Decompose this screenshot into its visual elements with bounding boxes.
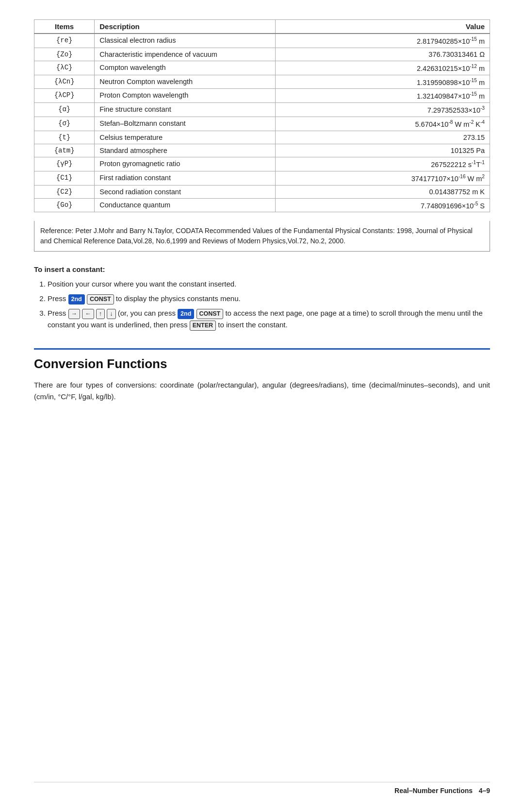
table-cell-description: Classical electron radius (95, 34, 276, 48)
table-cell-value: 2.426310215×10-12 m (276, 61, 490, 75)
table-cell-value: 1.321409847×10-15 m (276, 89, 490, 103)
table-cell-item: {λCP} (34, 89, 95, 103)
table-cell-value: 1.319590898×10-15 m (276, 75, 490, 89)
table-cell-item: {γP} (34, 157, 95, 171)
table-cell-item: {atm} (34, 144, 95, 157)
table-cell-value: 267522212 s-1T-1 (276, 157, 490, 171)
key-down[interactable]: ↓ (107, 309, 115, 319)
key-up[interactable]: ↑ (96, 309, 105, 319)
table-row: {t}Celsius temperature273.15 (34, 131, 490, 144)
instruction-step-1: Position your cursor where you want the … (48, 278, 490, 290)
instruction-step-2: Press 2nd CONST to display the physics c… (48, 293, 490, 304)
table-cell-item: {C1} (34, 171, 95, 185)
table-row: {atm}Standard atmosphere101325 Pa (34, 144, 490, 157)
table-row: {γP}Proton gyromagnetic ratio267522212 s… (34, 157, 490, 171)
instruction-step-3: Press → ← ↑ ↓ (or, you can press 2nd CON… (48, 307, 490, 331)
key-enter[interactable]: ENTER (190, 321, 216, 330)
table-cell-value: 0.014387752 m K (276, 185, 490, 198)
instructions-section: To insert a constant: Position your curs… (34, 265, 490, 331)
table-row: {Go}Conductance quantum7.748091696×10-5 … (34, 198, 490, 212)
table-cell-description: Characteristic impendence of vacuum (95, 48, 276, 61)
table-row: {σ}Stefan–Boltzmann constant5.6704×10-8 … (34, 117, 490, 131)
col-header-description: Description (95, 20, 276, 34)
footer-page-number: 4–9 (479, 787, 490, 795)
table-cell-value: 7.297352533×10-3 (276, 103, 490, 117)
table-cell-value: 376.730313461 Ω (276, 48, 490, 61)
conversion-functions-section: Conversion Functions There are four type… (34, 348, 490, 403)
key-const-2[interactable]: CONST (196, 309, 224, 319)
table-cell-description: Conductance quantum (95, 198, 276, 212)
key-left[interactable]: ← (82, 309, 94, 319)
table-row: {C1}First radiation constant374177107×10… (34, 171, 490, 185)
table-cell-description: Fine structure constant (95, 103, 276, 117)
table-cell-description: Second radiation constant (95, 185, 276, 198)
key-const[interactable]: CONST (87, 294, 114, 304)
table-row: {λC}Compton wavelength2.426310215×10-12 … (34, 61, 490, 75)
table-cell-description: First radiation constant (95, 171, 276, 185)
col-header-items: Items (34, 20, 95, 34)
key-2nd[interactable]: 2nd (68, 294, 85, 304)
col-header-value: Value (276, 20, 490, 34)
section-divider (34, 348, 490, 350)
table-cell-item: {Go} (34, 198, 95, 212)
table-cell-item: {σ} (34, 117, 95, 131)
table-row: {re}Classical electron radius2.817940285… (34, 34, 490, 48)
table-cell-description: Compton wavelength (95, 61, 276, 75)
footer-label: Real–Number Functions (394, 787, 473, 795)
page-footer: Real–Number Functions 4–9 (34, 782, 490, 795)
table-row: {Zo}Characteristic impendence of vacuum3… (34, 48, 490, 61)
table-cell-value: 374177107×10-16 W m2 (276, 171, 490, 185)
conversion-section-body: There are four types of conversions: coo… (34, 379, 490, 403)
conversion-section-title: Conversion Functions (34, 356, 490, 372)
table-cell-item: {re} (34, 34, 95, 48)
table-cell-value: 273.15 (276, 131, 490, 144)
key-right[interactable]: → (68, 309, 81, 319)
table-cell-description: Proton gyromagnetic ratio (95, 157, 276, 171)
table-cell-description: Proton Compton wavelength (95, 89, 276, 103)
table-cell-value: 2.817940285×10-15 m (276, 34, 490, 48)
constants-table: Items Description Value {re}Classical el… (34, 19, 490, 212)
table-cell-description: Standard atmosphere (95, 144, 276, 157)
table-cell-item: {t} (34, 131, 95, 144)
table-cell-description: Neutron Compton wavelength (95, 75, 276, 89)
table-cell-item: {C2} (34, 185, 95, 198)
reference-paragraph: Reference: Peter J.Mohr and Barry N.Tayl… (34, 221, 490, 252)
table-cell-item: {λCn} (34, 75, 95, 89)
key-2nd-2[interactable]: 2nd (178, 309, 194, 319)
instructions-list: Position your cursor where you want the … (34, 278, 490, 331)
table-row: {C2}Second radiation constant0.014387752… (34, 185, 490, 198)
table-cell-description: Celsius temperature (95, 131, 276, 144)
table-cell-item: {λC} (34, 61, 95, 75)
table-cell-value: 101325 Pa (276, 144, 490, 157)
to-insert-heading: To insert a constant: (34, 265, 490, 273)
table-row: {λCP}Proton Compton wavelength1.32140984… (34, 89, 490, 103)
table-cell-item: {Zo} (34, 48, 95, 61)
table-cell-item: {α} (34, 103, 95, 117)
table-cell-description: Stefan–Boltzmann constant (95, 117, 276, 131)
table-cell-value: 7.748091696×10-5 S (276, 198, 490, 212)
table-cell-value: 5.6704×10-8 W m-2 K-4 (276, 117, 490, 131)
table-row: {α}Fine structure constant7.297352533×10… (34, 103, 490, 117)
table-row: {λCn}Neutron Compton wavelength1.3195908… (34, 75, 490, 89)
